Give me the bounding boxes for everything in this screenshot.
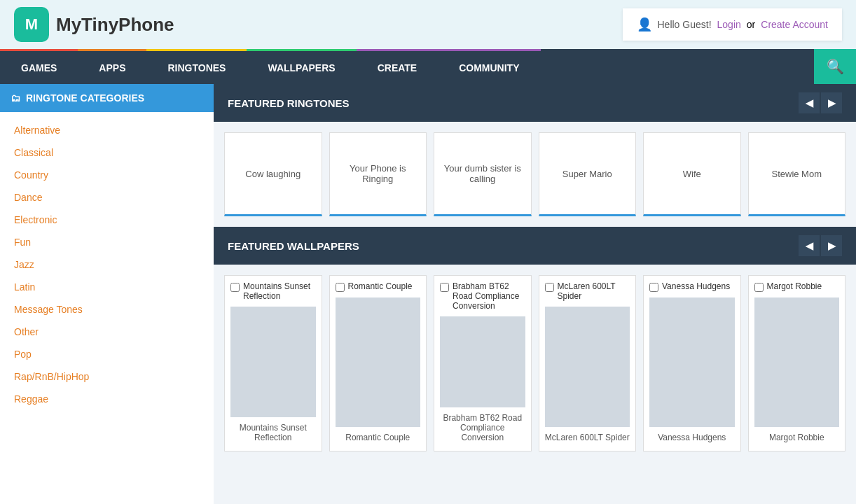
create-account-link[interactable]: Create Account	[761, 19, 828, 30]
sidebar-list-item[interactable]: Rap/RnB/HipHop	[0, 365, 214, 388]
or-text: or	[747, 19, 755, 30]
wallpaper-card-title: Romantic Couple	[336, 430, 421, 445]
wallpaper-checkbox[interactable]	[545, 283, 554, 292]
login-link[interactable]: Login	[717, 19, 741, 30]
sidebar-list-item[interactable]: Electronic	[0, 209, 214, 231]
sidebar-list-item[interactable]: Dance	[0, 186, 214, 209]
logo-text: MyTinyPhone	[56, 14, 174, 36]
featured-ringtones-header: FEATURED RINGTONES ◀ ▶	[214, 84, 856, 122]
wallpaper-card-title: Margot Robbie	[754, 430, 840, 445]
wallpaper-checkbox[interactable]	[336, 283, 345, 292]
wallpaper-checkbox[interactable]	[649, 283, 658, 292]
ringtones-next-arrow[interactable]: ▶	[821, 92, 842, 113]
sidebar-list-item[interactable]: Other	[0, 321, 214, 343]
wallpaper-card-title: Mountains Sunset Reflection	[230, 420, 316, 445]
wallpaper-card[interactable]: Margot RobbieMargot Robbie	[748, 275, 846, 451]
sidebar-list-item[interactable]: Pop	[0, 343, 214, 365]
ringtones-prev-arrow[interactable]: ◀	[799, 92, 820, 113]
category-link[interactable]: Rap/RnB/HipHop	[14, 371, 89, 382]
wallpaper-card-top-label: McLaren 600LT Spider	[558, 281, 630, 301]
wallpaper-card-top-label: Vanessa Hudgens	[662, 281, 730, 291]
nav-item-wallpapers[interactable]: WALLPAPERS	[247, 49, 356, 84]
wallpaper-card-top-label: Margot Robbie	[767, 281, 822, 291]
sidebar-list-item[interactable]: Jazz	[0, 253, 214, 276]
wallpaper-thumbnail	[440, 316, 525, 407]
content-area: FEATURED RINGTONES ◀ ▶ Cow laughingYour …	[214, 84, 856, 504]
header-right: 👤 Hello Guest! Login or Create Account	[623, 8, 843, 41]
wallpapers-next-arrow[interactable]: ▶	[821, 235, 842, 256]
wallpaper-card[interactable]: Mountains Sunset ReflectionMountains Sun…	[224, 275, 322, 451]
sidebar-list-item[interactable]: Country	[0, 164, 214, 186]
wallpaper-thumbnail	[230, 307, 316, 417]
nav-item-games[interactable]: GAMES	[0, 49, 78, 84]
sidebar-list-item[interactable]: Alternative	[0, 119, 214, 141]
category-link[interactable]: Message Tones	[14, 304, 83, 315]
ringtone-card[interactable]: Super Mario	[539, 132, 637, 216]
category-link[interactable]: Alternative	[14, 125, 60, 136]
wallpaper-card-title: McLaren 600LT Spider	[545, 430, 630, 445]
logo[interactable]: M MyTinyPhone	[14, 7, 174, 42]
category-link[interactable]: Electronic	[14, 214, 57, 225]
wallpaper-thumbnail	[336, 298, 421, 427]
wallpaper-card[interactable]: Vanessa HudgensVanessa Hudgens	[643, 275, 741, 451]
sidebar: 🗂 RINGTONE CATEGORIES AlternativeClassic…	[0, 84, 214, 504]
wallpapers-nav-arrows: ◀ ▶	[799, 235, 842, 256]
wallpaper-card-title: Vanessa Hudgens	[649, 430, 735, 445]
ringtone-card[interactable]: Wife	[643, 132, 741, 216]
ringtones-row: Cow laughingYour Phone is RingingYour du…	[214, 122, 856, 227]
sidebar-header: 🗂 RINGTONE CATEGORIES	[0, 84, 214, 112]
ringtone-card[interactable]: Stewie Mom	[748, 132, 846, 216]
wallpaper-card[interactable]: Romantic CoupleRomantic Couple	[329, 275, 427, 451]
ringtone-card[interactable]: Your dumb sister is calling	[434, 132, 532, 216]
featured-wallpapers-header: FEATURED WALLPAPERS ◀ ▶	[214, 227, 856, 265]
wallpaper-card-title: Brabham BT62 Road Compliance Conversion	[440, 410, 525, 445]
wallpaper-checkbox[interactable]	[440, 283, 449, 292]
wallpaper-checkbox[interactable]	[230, 283, 240, 292]
sidebar-list-item[interactable]: Message Tones	[0, 298, 214, 321]
category-link[interactable]: Fun	[14, 237, 31, 248]
hello-guest-text: Hello Guest!	[658, 19, 712, 30]
ringtones-nav-arrows: ◀ ▶	[799, 92, 842, 113]
wallpaper-checkbox[interactable]	[754, 283, 764, 292]
nav-item-ringtones[interactable]: RINGTONES	[146, 49, 247, 84]
search-button[interactable]: 🔍	[814, 49, 856, 84]
category-link[interactable]: Pop	[14, 349, 32, 360]
wallpaper-card-top-label: Brabham BT62 Road Compliance Conversion	[453, 281, 525, 311]
nav-item-community[interactable]: COMMUNITY	[438, 49, 540, 84]
nav-item-apps[interactable]: APPS	[78, 49, 146, 84]
sidebar-list-item[interactable]: Fun	[0, 231, 214, 253]
wallpaper-card-top-label: Mountains Sunset Reflection	[243, 281, 316, 301]
logo-letter: M	[25, 15, 38, 34]
category-link[interactable]: Classical	[14, 147, 53, 158]
ringtone-card[interactable]: Your Phone is Ringing	[329, 132, 427, 216]
category-link[interactable]: Dance	[14, 192, 42, 203]
logo-icon: M	[14, 7, 49, 42]
wallpaper-thumbnail	[649, 298, 735, 427]
header: M MyTinyPhone 👤 Hello Guest! Login or Cr…	[0, 0, 856, 49]
sidebar-list-item[interactable]: Classical	[0, 141, 214, 164]
sidebar-list-item[interactable]: Reggae	[0, 388, 214, 410]
category-link[interactable]: Other	[14, 326, 39, 337]
user-icon: 👤	[637, 17, 652, 32]
category-link[interactable]: Jazz	[14, 259, 34, 270]
main-nav: GAMES APPS RINGTONES WALLPAPERS CREATE C…	[0, 49, 856, 84]
category-list: AlternativeClassicalCountryDanceElectron…	[0, 112, 214, 417]
nav-item-create[interactable]: CREATE	[357, 49, 439, 84]
search-icon: 🔍	[827, 58, 844, 75]
wallpapers-prev-arrow[interactable]: ◀	[799, 235, 820, 256]
wallpaper-card[interactable]: Brabham BT62 Road Compliance ConversionB…	[434, 275, 532, 451]
sidebar-list-item[interactable]: Latin	[0, 276, 214, 298]
folder-icon: 🗂	[11, 92, 20, 104]
wallpaper-card-top-label: Romantic Couple	[348, 281, 413, 291]
wallpaper-card[interactable]: McLaren 600LT SpiderMcLaren 600LT Spider	[539, 275, 637, 451]
wallpaper-thumbnail	[545, 307, 630, 427]
category-link[interactable]: Reggae	[14, 393, 48, 405]
main-content: 🗂 RINGTONE CATEGORIES AlternativeClassic…	[0, 84, 856, 504]
category-link[interactable]: Latin	[14, 281, 35, 293]
wallpapers-row: Mountains Sunset ReflectionMountains Sun…	[214, 265, 856, 462]
ringtone-card[interactable]: Cow laughing	[224, 132, 322, 216]
category-link[interactable]: Country	[14, 169, 48, 181]
wallpaper-thumbnail	[754, 298, 840, 427]
